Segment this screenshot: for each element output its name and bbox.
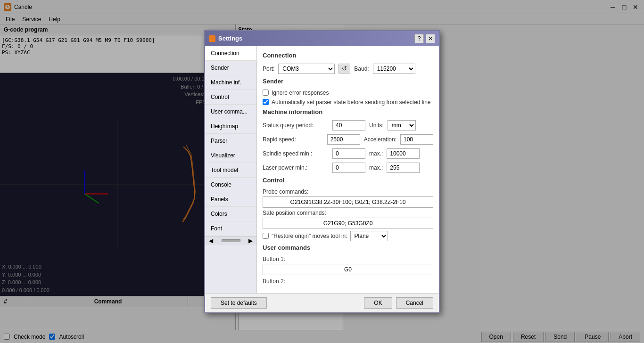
- dialog-icon: [209, 35, 215, 42]
- nav-connection[interactable]: Connection: [205, 46, 256, 61]
- restore-origin-select[interactable]: Plane: [350, 231, 388, 241]
- dialog-footer: Set to defaults OK Cancel: [205, 293, 439, 312]
- port-refresh-button[interactable]: ↺: [339, 64, 350, 74]
- button1-row: Button 1:: [263, 256, 433, 275]
- nav-heightmap[interactable]: Heightmap: [205, 119, 256, 134]
- nav-control[interactable]: Control: [205, 90, 256, 105]
- spindle-max-label: max.:: [369, 150, 383, 157]
- set-defaults-button[interactable]: Set to defaults: [211, 297, 267, 309]
- scroll-right-arrow[interactable]: ▶: [247, 237, 255, 244]
- status-query-input[interactable]: [332, 120, 365, 131]
- laser-min-input[interactable]: [332, 163, 365, 173]
- dialog-title: Settings: [218, 35, 242, 42]
- dialog-body: Connection Sender Machine inf. Control U…: [205, 46, 439, 293]
- laser-min-label: Laser power min.:: [263, 164, 329, 171]
- button2-row: Button 2:: [263, 278, 433, 285]
- port-row: Port: COM3 ↺ Baud: 115200: [263, 64, 433, 74]
- spindle-max-input[interactable]: [387, 148, 420, 159]
- probe-commands-input[interactable]: [263, 196, 433, 208]
- control-section-title: Control: [263, 177, 433, 184]
- ignore-errors-checkbox[interactable]: [263, 90, 269, 96]
- spindle-min-label: Spindle speed min.:: [263, 150, 329, 157]
- nav-parser[interactable]: Parser: [205, 134, 256, 148]
- settings-dialog: Settings ? ✕ Connection Sender Machine i…: [204, 30, 440, 313]
- nav-console[interactable]: Console: [205, 178, 256, 192]
- probe-commands-row: Probe commands:: [263, 188, 433, 208]
- status-query-row: Status query period: Units: mm: [263, 120, 433, 131]
- button2-label: Button 2:: [263, 278, 433, 285]
- nav-colors[interactable]: Colors: [205, 207, 256, 221]
- port-select[interactable]: COM3: [278, 64, 335, 74]
- safe-position-input[interactable]: [263, 218, 433, 229]
- ok-button[interactable]: OK: [364, 297, 392, 309]
- auto-parser-checkbox[interactable]: [263, 99, 269, 105]
- settings-sidebar: Connection Sender Machine inf. Control U…: [205, 46, 257, 293]
- units-label: Units:: [369, 122, 384, 129]
- laser-row: Laser power min.: max.:: [263, 163, 433, 173]
- probe-commands-label: Probe commands:: [263, 188, 433, 195]
- nav-tool-model[interactable]: Tool model: [205, 163, 256, 178]
- nav-user-commands[interactable]: User comma...: [205, 105, 256, 119]
- auto-parser-row: Automatically set parser state before se…: [263, 99, 433, 106]
- button1-input[interactable]: [263, 264, 433, 275]
- dialog-controls: ? ✕: [414, 34, 435, 43]
- laser-max-input[interactable]: [387, 163, 420, 173]
- units-select[interactable]: mm: [388, 120, 416, 131]
- nav-panels[interactable]: Panels: [205, 192, 256, 207]
- acceleration-input[interactable]: [400, 134, 433, 145]
- safe-position-label: Safe position commands:: [263, 210, 433, 216]
- settings-overlay: Settings ? ✕ Connection Sender Machine i…: [0, 0, 644, 343]
- ignore-errors-row: Ignore error responses: [263, 90, 433, 96]
- button1-label: Button 1:: [263, 256, 433, 262]
- restore-origin-checkbox[interactable]: [263, 233, 269, 239]
- machine-info-title: Machine information: [263, 108, 433, 115]
- sidebar-scroll: ◀ ▶: [205, 236, 256, 245]
- cancel-button[interactable]: Cancel: [396, 297, 433, 309]
- dialog-close-button[interactable]: ✕: [426, 34, 435, 43]
- acceleration-label: Acceleration:: [364, 136, 396, 143]
- connection-section-title: Connection: [263, 52, 433, 59]
- spindle-row: Spindle speed min.: max.:: [263, 148, 433, 159]
- rapid-speed-input[interactable]: [327, 134, 360, 145]
- auto-parser-label: Automatically set parser state before se…: [272, 99, 431, 106]
- baud-label: Baud:: [354, 65, 369, 72]
- dialog-titlebar: Settings ? ✕: [205, 31, 439, 46]
- safe-position-row: Safe position commands:: [263, 210, 433, 229]
- nav-machine-info[interactable]: Machine inf.: [205, 75, 256, 90]
- sender-section-title: Sender: [263, 78, 433, 85]
- laser-max-label: max.:: [369, 164, 383, 171]
- nav-visualizer[interactable]: Visualizer: [205, 148, 256, 163]
- nav-font[interactable]: Font: [205, 221, 256, 236]
- scroll-left-arrow[interactable]: ◀: [207, 237, 215, 244]
- rapid-speed-label: Rapid speed:: [263, 136, 323, 143]
- status-query-label: Status query period:: [263, 122, 329, 129]
- port-label: Port:: [263, 65, 274, 72]
- ignore-errors-label: Ignore error responses: [272, 90, 329, 96]
- spindle-min-input[interactable]: [332, 148, 365, 159]
- restore-origin-row: "Restore origin" moves tool in: Plane: [263, 231, 433, 241]
- dialog-help-button[interactable]: ?: [414, 34, 424, 43]
- baud-select[interactable]: 115200: [373, 64, 415, 74]
- restore-origin-label: "Restore origin" moves tool in:: [272, 233, 347, 239]
- user-commands-section-title: User commands: [263, 244, 433, 251]
- rapid-speed-row: Rapid speed: Acceleration:: [263, 134, 433, 145]
- footer-buttons: OK Cancel: [364, 297, 433, 309]
- settings-content: Connection Port: COM3 ↺ Baud: 115200 Sen…: [257, 46, 439, 293]
- nav-sender[interactable]: Sender: [205, 61, 256, 75]
